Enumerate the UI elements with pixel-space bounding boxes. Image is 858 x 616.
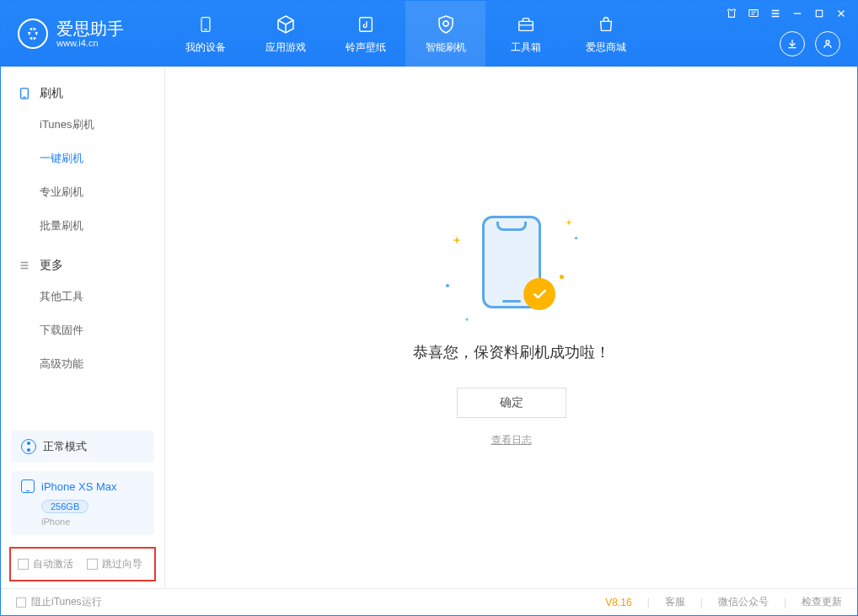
sparkle-icon [464, 310, 469, 315]
dot-icon [446, 284, 449, 287]
user-icon[interactable] [815, 31, 840, 56]
cube-icon [275, 13, 297, 35]
checkbox-icon [16, 597, 26, 608]
sidebar-item-itunes[interactable]: iTunes刷机 [1, 108, 164, 142]
sidebar-group-flash: 刷机 [1, 79, 164, 108]
checkbox-icon [18, 559, 29, 570]
dot-icon [575, 237, 577, 239]
svg-point-7 [826, 40, 829, 44]
list-icon [18, 259, 31, 272]
success-message: 恭喜您，保资料刷机成功啦！ [413, 342, 610, 362]
minimize-icon[interactable] [790, 6, 805, 21]
header-actions [780, 31, 840, 56]
sidebar-item-advanced[interactable]: 高级功能 [1, 347, 164, 381]
toolbox-icon [515, 13, 537, 35]
music-icon [355, 13, 377, 35]
auto-activate-checkbox[interactable]: 自动激活 [18, 557, 73, 571]
maximize-icon[interactable] [812, 6, 827, 21]
svg-rect-6 [816, 10, 823, 17]
device-icon [195, 13, 217, 35]
sidebar-item-pro[interactable]: 专业刷机 [1, 175, 164, 209]
menu-icon[interactable] [768, 6, 783, 21]
sparkle-icon [453, 233, 461, 241]
nav-device[interactable]: 我的设备 [165, 1, 245, 67]
sidebar-item-batch[interactable]: 批量刷机 [1, 209, 164, 243]
sidebar: 刷机 iTunes刷机 一键刷机 专业刷机 批量刷机 更多 其他工具 下载固件 … [1, 67, 165, 588]
nav-ring[interactable]: 铃声壁纸 [325, 1, 405, 67]
nav: 我的设备 应用游戏 铃声壁纸 智能刷机 工具箱 爱思商城 [165, 1, 646, 67]
app-url: www.i4.cn [56, 38, 124, 48]
footer: 阻止iTunes运行 V8.16 | 客服 | 微信公众号 | 检查更新 [1, 588, 857, 615]
header: 爱思助手 www.i4.cn 我的设备 应用游戏 铃声壁纸 智能刷机 [1, 1, 857, 67]
logo-icon [18, 19, 48, 49]
options-box: 自动激活 跳过向导 [9, 547, 156, 581]
device-panel: 正常模式 iPhone XS Max 256GB iPhone [1, 422, 164, 544]
svg-rect-5 [749, 10, 759, 17]
device-phone-icon [21, 479, 35, 493]
version-label: V8.16 [605, 597, 631, 608]
wechat-link[interactable]: 微信公众号 [718, 595, 769, 609]
skip-guide-checkbox[interactable]: 跳过向导 [87, 557, 142, 571]
nav-flash[interactable]: 智能刷机 [405, 1, 485, 67]
sidebar-group-more: 更多 [1, 251, 164, 280]
svg-rect-2 [359, 17, 372, 31]
nav-tools[interactable]: 工具箱 [485, 1, 566, 67]
main-content: 恭喜您，保资料刷机成功啦！ 确定 查看日志 [165, 67, 857, 588]
ok-button[interactable]: 确定 [457, 388, 566, 418]
success-illustration [444, 207, 579, 325]
close-icon[interactable] [834, 6, 849, 21]
svg-rect-4 [518, 21, 533, 30]
nav-apps[interactable]: 应用游戏 [245, 1, 325, 67]
shirt-icon[interactable] [724, 6, 739, 21]
checkbox-icon [87, 559, 98, 570]
download-icon[interactable] [780, 31, 805, 56]
logo-area[interactable]: 爱思助手 www.i4.cn [1, 19, 165, 49]
feedback-icon[interactable] [746, 6, 761, 21]
update-link[interactable]: 检查更新 [802, 595, 842, 609]
storage-badge: 256GB [41, 500, 88, 513]
block-itunes-checkbox[interactable]: 阻止iTunes运行 [16, 595, 102, 609]
sidebar-item-download[interactable]: 下载固件 [1, 313, 164, 347]
support-link[interactable]: 客服 [665, 595, 685, 609]
app-window: 爱思助手 www.i4.cn 我的设备 应用游戏 铃声壁纸 智能刷机 [0, 0, 858, 616]
phone-icon [18, 87, 31, 100]
nav-store[interactable]: 爱思商城 [566, 1, 646, 67]
app-name: 爱思助手 [56, 19, 124, 38]
shield-icon [435, 13, 457, 35]
dot-icon [560, 275, 564, 279]
mode-icon [21, 439, 36, 454]
body: 刷机 iTunes刷机 一键刷机 专业刷机 批量刷机 更多 其他工具 下载固件 … [1, 67, 857, 588]
sparkle-icon [566, 214, 572, 221]
bag-icon [595, 13, 617, 35]
window-controls [724, 6, 849, 21]
mode-box[interactable]: 正常模式 [11, 431, 154, 463]
sidebar-item-onekey[interactable]: 一键刷机 [1, 142, 164, 175]
view-log-link[interactable]: 查看日志 [491, 433, 532, 447]
sidebar-item-other[interactable]: 其他工具 [1, 280, 164, 313]
device-box[interactable]: iPhone XS Max 256GB iPhone [11, 471, 154, 535]
check-badge-icon [523, 278, 555, 310]
